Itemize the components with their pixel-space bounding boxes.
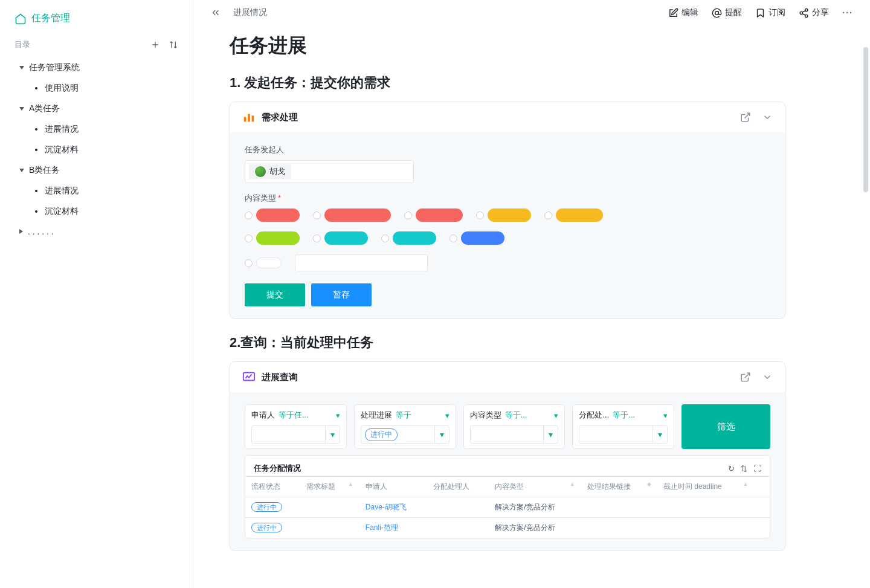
dropdown-icon[interactable]: ▾ [652, 426, 667, 443]
radio-option[interactable] [245, 257, 282, 268]
query-card-header: 进展查询 [230, 362, 785, 392]
radio-icon [245, 212, 253, 219]
tree-item-b-progress[interactable]: 进展情况 [5, 181, 188, 201]
user-chip[interactable]: 胡戈 [249, 164, 291, 179]
th-title[interactable]: 需求标题▲ [300, 477, 359, 497]
chevron-down-icon[interactable]: ▾ [336, 411, 340, 420]
table-row[interactable]: 进行中 Dave-胡晓飞 解决方案/竞品分析 [245, 497, 770, 518]
filter-submit-button[interactable]: 筛选 [682, 404, 770, 449]
radio-option[interactable] [544, 208, 603, 222]
query-card-title: 进展查询 [262, 372, 298, 383]
home-icon [14, 13, 27, 25]
applicant-link[interactable]: Fanli-范理 [366, 523, 398, 532]
add-icon[interactable] [150, 40, 160, 50]
applicant-link[interactable]: Dave-胡晓飞 [366, 503, 407, 511]
user-name: 胡戈 [269, 166, 285, 177]
form-card-header: 需求处理 [230, 102, 785, 132]
fullscreen-icon[interactable]: ⛶ [753, 464, 761, 473]
settings-icon[interactable]: ⇅ [741, 464, 747, 473]
section1-title: 1. 发起任务：提交你的需求 [230, 74, 785, 92]
initiator-field[interactable]: 胡戈 [245, 160, 414, 183]
table-row[interactable]: 进行中 Fanli-范理 解决方案/竞品分析 [245, 518, 770, 538]
filter-applicant-input[interactable]: ▾ [251, 425, 340, 444]
radio-option[interactable] [381, 231, 436, 245]
th-link[interactable]: 处理结果链接◆ [581, 477, 657, 497]
chevron-down-icon[interactable]: ▾ [445, 411, 450, 420]
filter-tag[interactable]: 进行中 [365, 428, 398, 441]
radio-option[interactable] [404, 208, 463, 222]
share-button[interactable]: 分享 [799, 7, 829, 18]
chevron-down-icon[interactable] [762, 372, 773, 383]
open-external-icon[interactable] [740, 372, 751, 383]
chevron-down-icon[interactable]: ▾ [663, 411, 668, 420]
th-applicant[interactable]: 申请人 [359, 477, 427, 497]
radio-option[interactable] [476, 208, 531, 222]
radio-icon [313, 212, 321, 219]
other-type-input[interactable] [295, 254, 428, 271]
tree-item-more[interactable]: . . . . . . [5, 222, 188, 241]
open-external-icon[interactable] [740, 112, 751, 123]
svg-rect-5 [248, 114, 250, 122]
tree-item-a-tasks[interactable]: A类任务 [5, 99, 188, 119]
remind-button[interactable]: 提醒 [712, 7, 742, 18]
table-title: 任务分配情况 [254, 463, 301, 474]
tree-item-a-materials[interactable]: 沉淀材料 [5, 140, 188, 160]
chevron-down-icon [19, 169, 24, 172]
radio-option[interactable] [313, 231, 368, 245]
content-area: 任务进展 1. 发起任务：提交你的需求 需求处理 任务发起人 胡 [193, 25, 822, 588]
bullet-icon [35, 149, 37, 151]
query-card-body: 申请人 等于任... ▾ ▾ 处理进展 等于 ▾ [230, 392, 785, 551]
filter-progress-input[interactable]: 进行中 ▾ [361, 425, 450, 444]
analytics-icon [242, 370, 256, 384]
filter-assignee-input[interactable]: ▾ [579, 425, 668, 444]
sidebar: 任务管理 目录 任务管理系统 使用说明 A类任务 进展情况 沉淀材料 [0, 0, 193, 588]
form-card-title: 需求处理 [262, 112, 298, 123]
tag-pill [324, 231, 368, 245]
sort-icon[interactable] [169, 40, 178, 50]
tree-item-task-system[interactable]: 任务管理系统 [5, 57, 188, 78]
sidebar-section-label: 目录 [14, 39, 30, 50]
radio-icon [404, 212, 412, 219]
edit-button[interactable]: 编辑 [668, 7, 698, 18]
tree-item-usage[interactable]: 使用说明 [5, 78, 188, 99]
tag-pill [256, 257, 282, 268]
dropdown-icon[interactable]: ▾ [543, 426, 558, 443]
tree-item-a-progress[interactable]: 进展情况 [5, 119, 188, 140]
query-card: 进展查询 申请人 等于任... ▾ ▾ [230, 361, 785, 551]
more-menu-icon[interactable]: ··· [842, 8, 853, 18]
filter-type: 内容类型 等于... ▾ ▾ [463, 404, 566, 449]
radio-option[interactable] [245, 208, 300, 222]
th-status[interactable]: 流程状态 [245, 477, 300, 497]
tree-item-b-tasks[interactable]: B类任务 [5, 160, 188, 181]
topbar: 进展情况 编辑 提醒 订阅 分享 ··· [193, 0, 870, 25]
chevron-down-icon[interactable]: ▾ [554, 411, 558, 420]
tag-pill [393, 231, 436, 245]
th-actions [754, 477, 770, 497]
chevron-down-icon[interactable] [762, 112, 773, 123]
filter-type-input[interactable]: ▾ [470, 425, 559, 444]
breadcrumb[interactable]: 进展情况 [233, 7, 267, 18]
sidebar-tree: 任务管理系统 使用说明 A类任务 进展情况 沉淀材料 B类任务 进展情况 [0, 57, 193, 241]
th-deadline[interactable]: 截止时间 deadline▲ [657, 477, 754, 497]
collapse-sidebar-icon[interactable] [210, 7, 221, 18]
th-type[interactable]: 内容类型▲ [489, 477, 581, 497]
radio-option[interactable] [245, 231, 300, 245]
dropdown-icon[interactable]: ▾ [434, 426, 449, 443]
dropdown-icon[interactable]: ▾ [325, 426, 340, 443]
save-draft-button[interactable]: 暂存 [311, 283, 372, 306]
radio-option[interactable] [450, 231, 504, 245]
chevron-down-icon [19, 66, 24, 69]
chevron-down-icon [19, 107, 24, 111]
tree-item-b-materials[interactable]: 沉淀材料 [5, 201, 188, 222]
radio-option[interactable] [313, 208, 391, 222]
type-radio-group [245, 208, 770, 271]
subscribe-button[interactable]: 订阅 [755, 7, 785, 18]
radio-icon [313, 234, 321, 242]
filter-progress: 处理进展 等于 ▾ 进行中 ▾ [354, 404, 456, 449]
refresh-icon[interactable]: ↻ [728, 464, 735, 473]
bullet-icon [35, 210, 37, 213]
th-assignee[interactable]: 分配处理人 [427, 477, 489, 497]
submit-button[interactable]: 提交 [245, 283, 305, 306]
scrollbar[interactable] [863, 47, 868, 192]
sidebar-home[interactable]: 任务管理 [0, 12, 193, 37]
